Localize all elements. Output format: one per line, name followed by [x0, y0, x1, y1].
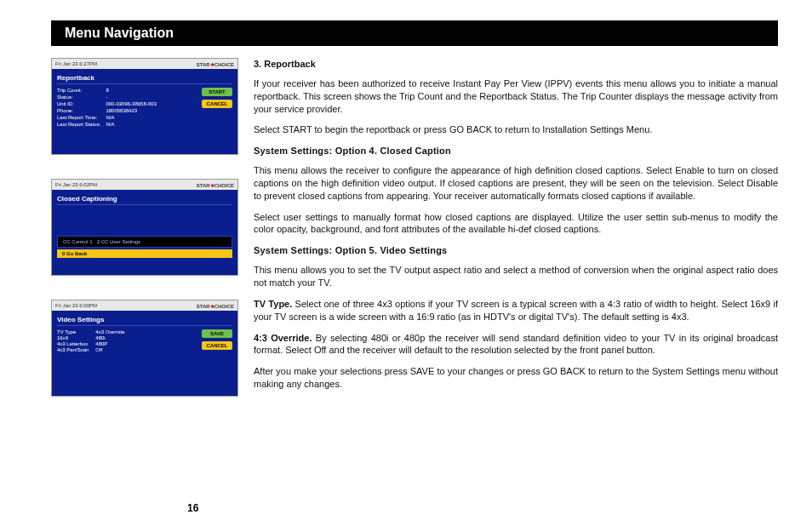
screenshot-reportback: Fri Jan 23 6:27PM STAR★CHOICE Reportback…	[51, 58, 238, 155]
field-value: N/A	[106, 115, 156, 120]
screenshot-video-settings: Fri Jan 23 6:00PM STAR★CHOICE Video Sett…	[51, 300, 238, 397]
field-value: N/A	[106, 122, 156, 127]
content: Fri Jan 23 6:27PM STAR★CHOICE Reportback…	[0, 53, 812, 399]
option-item[interactable]: Off	[95, 347, 124, 352]
page-number: 16	[187, 502, 198, 514]
lead-term: 4:3 Override.	[254, 333, 312, 343]
brand-logo: STAR★CHOICE	[197, 61, 234, 67]
text-column: 3. Reportback If your receiver has been …	[254, 53, 778, 399]
cancel-button[interactable]: CANCEL	[202, 100, 232, 108]
timestamp: Fri Jan 23 6:27PM	[55, 61, 97, 66]
paragraph: Select user settings to manually format …	[254, 211, 778, 237]
lead-term: TV Type.	[254, 299, 292, 309]
option-header: TV Type	[57, 329, 89, 334]
screenshots-column: Fri Jan 23 6:27PM STAR★CHOICE Reportback…	[51, 53, 238, 399]
field-label: Status:	[57, 94, 100, 100]
screen-title: Video Settings	[57, 314, 232, 326]
page-header: Menu Navigation	[51, 20, 778, 46]
timestamp: Fri Jan 23 6:02PM	[55, 182, 97, 187]
paragraph: This menu allows the receiver to configu…	[254, 164, 778, 203]
field-value: 8	[106, 88, 156, 93]
field-value: -	[106, 94, 156, 100]
screen-title: Reportback	[57, 72, 232, 84]
option-item[interactable]: 4x3 Pan/Scan	[57, 347, 89, 352]
timestamp: Fri Jan 23 6:00PM	[55, 303, 97, 308]
field-label: Trip Count:	[57, 88, 100, 93]
brand-logo: STAR★CHOICE	[197, 303, 234, 309]
paragraph: This menu allows you to set the TV outpu…	[254, 264, 778, 289]
paragraph: Select START to begin the reportback or …	[254, 123, 778, 136]
brand-logo: STAR★CHOICE	[197, 182, 234, 188]
option-item[interactable]: 4x3 Letterbox	[57, 341, 89, 346]
start-button[interactable]: START	[202, 88, 232, 96]
section-title: System Settings: Option 5. Video Setting…	[254, 244, 778, 257]
field-label: Last Report Time:	[57, 115, 100, 120]
field-label: Phone:	[57, 108, 100, 113]
paragraph: 4:3 Override. By selecting 480i or 480p …	[254, 332, 778, 357]
go-back-row[interactable]: 0 Go Back	[57, 249, 232, 258]
paragraph: If your receiver has been authorized to …	[254, 77, 778, 116]
option-header: 4x3 Override	[95, 329, 124, 334]
paragraph: After you make your selections press SAV…	[254, 365, 778, 391]
field-value: 000-03096-38658-003	[106, 101, 156, 106]
section-title: 3. Reportback	[254, 58, 778, 71]
option-item[interactable]: 480P	[95, 341, 124, 346]
screenshot-closed-caption: Fri Jan 23 6:02PM STAR★CHOICE Closed Cap…	[51, 179, 238, 276]
cancel-button[interactable]: CANCEL	[202, 341, 232, 350]
field-value: 18005838423	[106, 108, 156, 113]
section-title: System Settings: Option 4. Closed Captio…	[254, 145, 778, 157]
menu-row[interactable]: CC Control 1 2 CC User Settings	[57, 236, 232, 248]
field-label: Unit ID:	[57, 101, 100, 106]
option-item[interactable]: 480i	[95, 335, 124, 340]
save-button[interactable]: SAVE	[202, 329, 232, 338]
screen-title: Closed Captioning	[57, 193, 232, 205]
paragraph: TV Type. Select one of three 4x3 options…	[254, 298, 778, 323]
option-item[interactable]: 16x9	[57, 335, 89, 340]
field-label: Last Report Status:	[57, 122, 100, 127]
